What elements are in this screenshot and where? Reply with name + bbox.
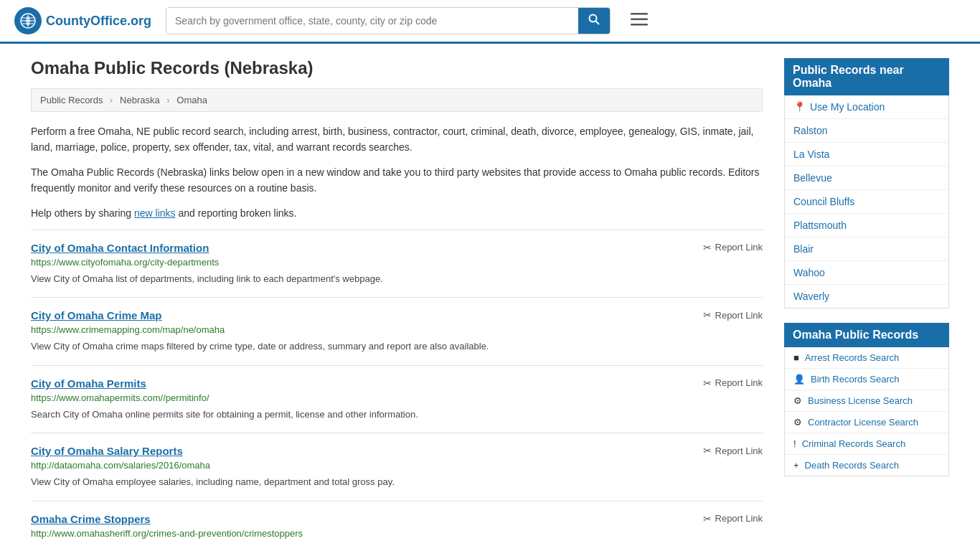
nearby-location-link[interactable]: Waverly: [785, 285, 948, 308]
header: CountyOffice.org: [0, 0, 980, 44]
nearby-location-link[interactable]: Wahoo: [785, 261, 948, 284]
report-link[interactable]: ✂ Report Link: [703, 445, 763, 456]
sidebar-record-link[interactable]: Contractor License Search: [808, 417, 918, 428]
report-icon: ✂: [703, 513, 712, 524]
logo-text: CountyOffice.org: [46, 14, 151, 29]
record-desc: View City of Omaha list of departments, …: [31, 272, 763, 286]
content-area: Omaha Public Records (Nebraska) Public R…: [31, 58, 763, 551]
nearby-location-link[interactable]: Bellevue: [785, 166, 948, 189]
contractor-icon: ⚙: [793, 417, 802, 428]
record-url: https://www.omahapermits.com//permitinfo…: [31, 392, 763, 403]
report-icon: ✂: [703, 309, 712, 321]
sidebar-record-link[interactable]: Business License Search: [808, 395, 913, 406]
menu-button[interactable]: [625, 9, 654, 33]
sidebar-record-item: + Death Records Search: [785, 455, 948, 476]
birth-icon: 👤: [793, 374, 805, 385]
nearby-item: Plattsmouth: [785, 214, 948, 237]
report-link-label: Report Link: [715, 377, 763, 388]
breadcrumb-omaha[interactable]: Omaha: [176, 95, 207, 105]
nearby-location-link[interactable]: Blair: [785, 237, 948, 260]
nearby-location-link[interactable]: Ralston: [785, 119, 948, 142]
svg-rect-6: [631, 13, 648, 15]
record-title[interactable]: City of Omaha Permits: [31, 377, 146, 390]
logo-icon: [14, 7, 42, 34]
description-3: Help others by sharing new links and rep…: [31, 205, 763, 221]
record-item: City of Omaha Permits ✂ Report Link http…: [31, 365, 763, 433]
report-link[interactable]: ✂ Report Link: [703, 242, 763, 253]
record-item: City of Omaha Crime Map ✂ Report Link ht…: [31, 297, 763, 365]
report-link-label: Report Link: [715, 242, 763, 253]
sidebar: Public Records near Omaha 📍Use My Locati…: [784, 58, 949, 551]
sidebar-record-link[interactable]: Birth Records Search: [811, 374, 900, 385]
criminal-icon: !: [793, 438, 796, 449]
new-links-link[interactable]: new links: [134, 207, 176, 219]
nearby-item: 📍Use My Location: [785, 95, 948, 119]
records-section: Omaha Public Records ■ Arrest Records Se…: [784, 323, 949, 476]
breadcrumb: Public Records › Nebraska › Omaha: [31, 88, 763, 112]
records-section-heading: Omaha Public Records: [784, 323, 949, 347]
logo[interactable]: CountyOffice.org: [14, 7, 151, 34]
search-bar: [166, 7, 611, 34]
main-container: Omaha Public Records (Nebraska) Public R…: [17, 44, 963, 551]
record-title[interactable]: Omaha Crime Stoppers: [31, 513, 151, 525]
record-title[interactable]: City of Omaha Crime Map: [31, 309, 162, 321]
report-icon: ✂: [703, 242, 712, 253]
search-input[interactable]: [166, 8, 578, 34]
description-1: Perform a free Omaha, NE public record s…: [31, 123, 763, 156]
record-item: City of Omaha Contact Information ✂ Repo…: [31, 230, 763, 298]
sidebar-record-link[interactable]: Arrest Records Search: [805, 352, 900, 363]
nearby-item: Blair: [785, 237, 948, 261]
nearby-section: Public Records near Omaha 📍Use My Locati…: [784, 58, 949, 309]
business-icon: ⚙: [793, 395, 802, 406]
svg-rect-7: [631, 19, 648, 21]
record-desc: View City of Omaha employee salaries, in…: [31, 475, 763, 489]
nearby-item: La Vista: [785, 143, 948, 166]
breadcrumb-public-records[interactable]: Public Records: [40, 95, 103, 105]
report-icon: ✂: [703, 445, 712, 456]
sidebar-record-item: ⚙ Business License Search: [785, 390, 948, 412]
pin-icon: 📍: [793, 101, 806, 113]
record-item: City of Omaha Salary Reports ✂ Report Li…: [31, 433, 763, 501]
sidebar-record-item: 👤 Birth Records Search: [785, 369, 948, 390]
use-location-link[interactable]: 📍Use My Location: [785, 95, 948, 118]
record-url: http://www.omahasheriff.org/crimes-and-p…: [31, 528, 763, 539]
report-link[interactable]: ✂ Report Link: [703, 513, 763, 524]
record-title[interactable]: City of Omaha Salary Reports: [31, 445, 183, 457]
sidebar-record-link[interactable]: Criminal Records Search: [802, 438, 906, 449]
svg-point-4: [590, 15, 597, 22]
nearby-item: Wahoo: [785, 261, 948, 285]
record-url: https://www.cityofomaha.org/city-departm…: [31, 257, 763, 268]
report-link[interactable]: ✂ Report Link: [703, 309, 763, 321]
record-url: https://www.crimemapping.com/map/ne/omah…: [31, 324, 763, 335]
nearby-location-link[interactable]: La Vista: [785, 143, 948, 166]
nearby-item: Bellevue: [785, 166, 948, 190]
death-icon: +: [793, 460, 799, 471]
sidebar-record-item: ■ Arrest Records Search: [785, 347, 948, 369]
breadcrumb-nebraska[interactable]: Nebraska: [120, 95, 160, 105]
report-link[interactable]: ✂ Report Link: [703, 377, 763, 389]
sidebar-record-link[interactable]: Death Records Search: [805, 460, 900, 471]
sidebar-record-item: ⚙ Contractor License Search: [785, 412, 948, 433]
record-desc: Search City of Omaha online permits site…: [31, 408, 763, 422]
report-link-label: Report Link: [715, 310, 763, 321]
omaha-records-list: ■ Arrest Records Search 👤 Birth Records …: [784, 347, 949, 476]
nearby-heading: Public Records near Omaha: [784, 58, 949, 95]
record-title[interactable]: City of Omaha Contact Information: [31, 242, 209, 254]
record-desc: View City of Omaha crime maps filtered b…: [31, 339, 763, 354]
page-title: Omaha Public Records (Nebraska): [31, 58, 763, 78]
records-list: City of Omaha Contact Information ✂ Repo…: [31, 230, 763, 551]
nearby-location-link[interactable]: Plattsmouth: [785, 214, 948, 237]
arrest-icon: ■: [793, 352, 799, 363]
description-2: The Omaha Public Records (Nebraska) link…: [31, 164, 763, 197]
record-url: http://dataomaha.com/salaries/2016/omaha: [31, 460, 763, 471]
nearby-item: Ralston: [785, 119, 948, 143]
nearby-item: Council Bluffs: [785, 190, 948, 214]
report-icon: ✂: [703, 377, 712, 389]
nearby-item: Waverly: [785, 285, 948, 308]
nearby-location-link[interactable]: Council Bluffs: [785, 190, 948, 213]
search-button[interactable]: [578, 8, 610, 34]
report-link-label: Report Link: [715, 513, 763, 524]
report-link-label: Report Link: [715, 446, 763, 456]
record-item: Omaha Crime Stoppers ✂ Report Link http:…: [31, 501, 763, 551]
svg-line-5: [596, 22, 600, 25]
